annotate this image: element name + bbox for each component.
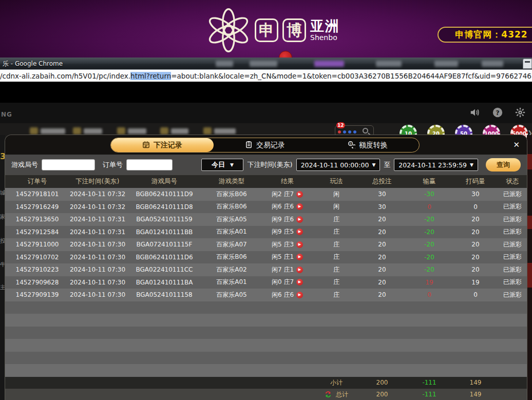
blurred-game-tab [160, 127, 188, 135]
column-header: 游戏局号 [126, 177, 203, 186]
cell-status: 已派彩 [498, 202, 527, 211]
replay-button[interactable]: ▶ [296, 254, 303, 260]
cell-game-round: BGB062410111D8 [126, 203, 203, 211]
sum-total-bet: 200 [358, 379, 406, 386]
lobby-fragment: 家 [0, 213, 5, 221]
sum-total-bet: 200 [358, 391, 406, 398]
logo-en-text: Shenbo [310, 34, 340, 42]
order-no-label: 订单号 [103, 160, 123, 169]
search-icon[interactable] [363, 128, 368, 134]
screen: 申 博 亚洲 Shenbo 申博官网：4322 乐 - Google Chrom… [0, 0, 532, 400]
gear-icon[interactable] [515, 107, 526, 118]
cell-status: 已派彩 [498, 227, 527, 236]
cell-result: 闲5 庄3▶ [260, 240, 314, 249]
cell-play: 庄 [314, 215, 358, 224]
logo-char-box: 博 [282, 18, 306, 42]
window-title: 乐 - Google Chrome [3, 60, 63, 68]
sum-turnover: 149 [453, 379, 498, 386]
url-bar[interactable]: /cdnx-ali.zabaih.com/h5V01/pc/index.html… [0, 69, 532, 82]
cell-win-loss: 0 [406, 291, 453, 298]
table-row: 145279102232024-10-11 07:30BGA022410111C… [5, 263, 527, 276]
brand-fragment: NG [1, 111, 12, 118]
window-control-button[interactable] [523, 59, 532, 69]
replay-button[interactable]: ▶ [296, 266, 303, 273]
table-row: 145279125842024-10-11 07:31BGA012410111B… [5, 226, 527, 239]
empty-table-row [5, 339, 527, 352]
page-background [0, 82, 532, 103]
replay-button[interactable]: ▶ [296, 292, 303, 298]
column-header: 游戏类型 [203, 177, 260, 186]
empty-table-row [5, 364, 527, 377]
cell-play: 庄 [314, 227, 358, 236]
cell-game-round: BGA0724101115F [126, 241, 203, 248]
tab-quota-transfer[interactable]: 0额度转换 [316, 138, 419, 152]
lobby-fragment [527, 154, 532, 169]
date-to-select[interactable]: 2024-10-11 23:59:59▼ [394, 159, 478, 171]
cell-order-id: 14527909139 [5, 291, 69, 298]
replay-button[interactable]: ▶ [296, 203, 303, 210]
cell-result: 闲2 庄7▶ [260, 190, 314, 199]
lobby-fragment [527, 263, 532, 288]
cell-status: 已派彩 [498, 278, 527, 287]
table-header-row: 订单号下注时间(美东)游戏局号游戏类型结果玩法总投注输赢打码量状态 [5, 175, 527, 188]
browser-title-bar: 乐 - Google Chrome [0, 58, 532, 69]
replay-button[interactable]: ▶ [296, 279, 303, 285]
replay-button[interactable]: ▶ [296, 191, 303, 198]
tab-bet-records[interactable]: 下注记录 [111, 138, 214, 152]
cell-turnover: 20 [453, 254, 498, 261]
cell-win-loss: -20 [406, 241, 453, 248]
game-round-input[interactable] [42, 159, 95, 170]
order-no-input[interactable] [126, 159, 173, 170]
cell-game-type: 百家乐A05 [203, 291, 260, 299]
column-header: 输赢 [406, 177, 453, 186]
replay-button[interactable]: ▶ [296, 216, 303, 223]
cell-bet-time: 2024-10-11 07:30 [69, 279, 126, 286]
help-icon[interactable]: ? [492, 107, 503, 118]
blurred-game-tab [117, 127, 146, 135]
cell-win-loss: -20 [406, 254, 453, 261]
replay-button[interactable]: ▶ [296, 241, 303, 248]
cell-bet-time: 2024-10-11 07:31 [69, 216, 126, 223]
blurred-game-tab [203, 127, 236, 135]
cell-result: 闲7 庄1▶ [260, 265, 314, 274]
cell-status: 已派彩 [498, 190, 527, 199]
column-header: 订单号 [5, 177, 69, 186]
cell-result: 闲0 庄7▶ [260, 278, 314, 287]
cell-bet-time: 2024-10-11 07:30 [69, 254, 126, 261]
refresh-icon[interactable] [325, 391, 332, 398]
cell-total-bet: 30 [358, 191, 406, 198]
search-button[interactable]: 查询 [486, 158, 521, 172]
cell-game-round: BGA012410111BA [126, 279, 203, 286]
cell-turnover: 0 [453, 203, 498, 211]
cell-play: 庄 [314, 278, 358, 287]
sum-win-loss: -111 [406, 379, 453, 386]
empty-table-row [5, 327, 527, 339]
column-header: 下注时间(美东) [69, 177, 126, 186]
cell-total-bet: 20 [358, 279, 406, 286]
cell-total-bet: 20 [358, 241, 406, 248]
cell-game-type: 百家乐A07 [203, 240, 260, 249]
cell-turnover: 30 [453, 191, 498, 198]
cell-order-id: 14527910223 [5, 266, 69, 273]
cell-game-type: 百家乐B06 [203, 202, 260, 211]
close-icon[interactable]: ✕ [513, 140, 520, 149]
cell-game-type: 百家乐A01 [203, 227, 260, 236]
cell-bet-time: 2024-10-11 07:32 [69, 191, 126, 198]
cell-status: 已派彩 [498, 240, 527, 249]
svg-text:0: 0 [350, 142, 352, 145]
cell-total-bet: 20 [358, 266, 406, 273]
cell-game-round: BGB062410111D6 [126, 254, 203, 261]
empty-table-row [5, 301, 527, 314]
blurred-nav-item [376, 61, 402, 67]
cell-bet-time: 2024-10-11 07:30 [69, 241, 126, 248]
speaker-icon[interactable] [469, 107, 481, 118]
svg-text:?: ? [496, 109, 499, 117]
cell-result: 闲6 庄6▶ [260, 291, 314, 299]
date-range-select[interactable]: 今日▼ [201, 159, 243, 171]
tab-transaction-records[interactable]: 交易记录 [214, 138, 316, 152]
cell-bet-time: 2024-10-11 07:32 [69, 203, 126, 211]
lobby-fragment: 主 [0, 283, 5, 291]
replay-button[interactable]: ▶ [296, 228, 303, 235]
date-from-select[interactable]: 2024-10-11 00:00:00▼ [296, 159, 381, 171]
cell-total-bet: 20 [358, 254, 406, 261]
